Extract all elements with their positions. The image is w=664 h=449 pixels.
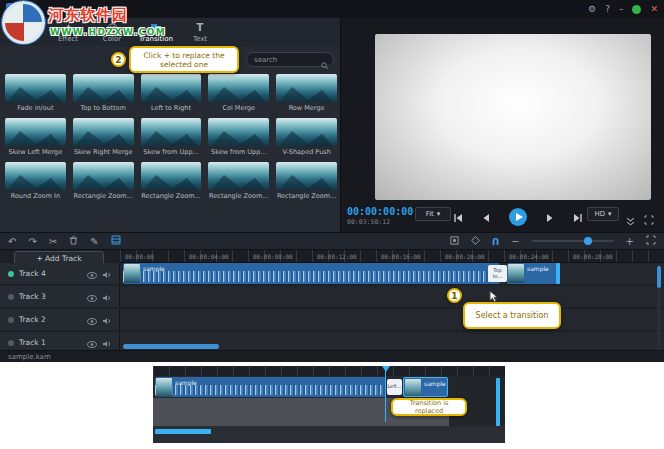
track-name: Track 2 — [19, 315, 82, 324]
transition-item[interactable]: Skew from Upp... — [141, 118, 202, 156]
redo-icon[interactable]: ↷ — [28, 236, 36, 247]
transition-item[interactable]: Skew from Upp... — [208, 118, 269, 156]
track-lane[interactable] — [120, 309, 664, 330]
current-timecode: 00:00:00:00 — [347, 206, 413, 217]
transition-thumbnail — [276, 118, 337, 146]
transition-clip[interactable]: Top to... — [488, 265, 507, 282]
transition-item[interactable]: Rectangle Zoom... — [208, 162, 269, 200]
transition-label: Fade in/out — [5, 104, 66, 112]
ruler-label: 00:00:28:00 — [573, 253, 613, 260]
collapse-preview-icon[interactable] — [626, 211, 635, 230]
transition-item[interactable]: Col Merge — [208, 74, 269, 112]
next-frame-button[interactable] — [546, 208, 554, 227]
transition-item[interactable]: Left to Right — [141, 74, 202, 112]
minimize-icon[interactable]: – — [619, 5, 624, 14]
transition-thumbnail — [276, 162, 337, 190]
video-clip-selected[interactable]: sample — [403, 377, 448, 397]
snippet-vertical-scrollbar[interactable] — [496, 378, 500, 426]
transition-thumbnail — [141, 162, 202, 190]
clip-thumbnail — [405, 379, 421, 397]
previous-frame-button[interactable] — [482, 208, 490, 227]
total-timecode: 00:03:50:12 — [347, 218, 390, 226]
track-manager-icon[interactable] — [111, 235, 121, 247]
transition-item[interactable]: Round Zoom In — [5, 162, 66, 200]
track-dot — [8, 340, 14, 346]
transition-label: Skew Right Merge — [73, 148, 134, 156]
transition-item[interactable]: Rectangle Zoom... — [276, 162, 337, 200]
eye-icon[interactable] — [87, 310, 97, 329]
track-dot — [8, 294, 14, 300]
eye-icon[interactable] — [87, 264, 97, 283]
speaker-icon[interactable] — [102, 287, 111, 306]
ruler-label: 00:00:24:00 — [509, 253, 549, 260]
tab-text[interactable]: T Text — [178, 22, 222, 43]
transition-item[interactable]: Row Merge — [276, 74, 337, 112]
track-name: Track 1 — [19, 338, 82, 347]
snippet-horizontal-scrollbar[interactable] — [155, 429, 211, 434]
vertical-scrollbar-thumb[interactable] — [657, 266, 661, 288]
transition-item[interactable]: Rectangle Zoom... — [141, 162, 202, 200]
skip-end-button[interactable] — [573, 208, 583, 227]
audio-video-clip[interactable]: sample — [123, 263, 500, 284]
edit-pencil-icon[interactable]: ✎ — [90, 236, 98, 247]
playhead-pin[interactable] — [382, 366, 390, 372]
transition-item[interactable]: Skew Right Merge — [73, 118, 134, 156]
speaker-icon[interactable] — [102, 310, 111, 329]
play-button[interactable] — [509, 208, 527, 226]
track-header[interactable]: Track 2 — [0, 309, 120, 330]
track-area: Track 4 sample Top to... — [0, 263, 664, 355]
transition-label: V-Shaped Push — [276, 148, 337, 156]
transport-controls — [453, 206, 583, 228]
magnet-snap-icon[interactable]: U — [492, 236, 499, 246]
fit-dropdown[interactable]: Fit ▾ — [415, 207, 451, 221]
transition-item[interactable]: Top to Bottom — [73, 74, 134, 112]
quality-dropdown[interactable]: HD ▾ — [587, 207, 619, 221]
timeline-ruler[interactable]: 00:00:00 00:00:04:00 00:00:08:00 00:00:1… — [120, 250, 664, 263]
split-scissors-icon[interactable]: ✂ — [49, 236, 57, 247]
eye-icon[interactable] — [87, 287, 97, 306]
zoom-in-icon[interactable]: + — [626, 236, 634, 247]
marker-icon[interactable] — [471, 236, 480, 247]
skip-start-button[interactable] — [453, 208, 463, 227]
transition-thumbnail — [5, 162, 66, 190]
zoom-fit-icon[interactable] — [646, 235, 656, 247]
zoom-slider-handle[interactable] — [584, 237, 592, 245]
delete-trash-icon[interactable] — [69, 235, 78, 247]
speaker-icon[interactable] — [102, 264, 111, 283]
track-lane[interactable] — [120, 286, 664, 307]
track-header[interactable]: Track 3 — [0, 286, 120, 307]
watermark-site-url: WWW.HDZXW.COM — [50, 27, 166, 37]
zoom-out-icon[interactable]: − — [511, 236, 519, 247]
close-icon[interactable]: ✕ — [650, 5, 658, 14]
waveform — [123, 271, 500, 282]
transition-item[interactable]: Skew Left Merge — [5, 118, 66, 156]
gear-icon[interactable]: ⚙ — [588, 5, 596, 14]
horizontal-scrollbar[interactable] — [123, 344, 219, 349]
transition-item[interactable]: Rectangle Zoom... — [73, 162, 134, 200]
timeline-toolbar: ↶ ↷ ✂ ✎ U − + — [0, 232, 664, 250]
track-header[interactable]: Track 4 — [0, 263, 120, 284]
transition-clip[interactable]: Left... — [387, 379, 402, 395]
undo-icon[interactable]: ↶ — [8, 236, 16, 247]
zoom-slider[interactable] — [532, 240, 614, 242]
clip-trim-handle[interactable] — [556, 263, 560, 284]
track-lane[interactable]: sample Top to... sample — [120, 263, 664, 284]
snapshot-icon[interactable] — [450, 236, 459, 247]
fullscreen-icon[interactable] — [644, 210, 654, 229]
transition-library-panel: Fade in/out Top to Bottom Left to Right … — [0, 46, 340, 232]
watermark-site-name: 河东软件园 — [48, 6, 128, 25]
status-bar: sample.kam — [0, 350, 664, 362]
transition-item[interactable]: V-Shaped Push — [276, 118, 337, 156]
transition-label: Left to Right — [141, 104, 202, 112]
transition-item[interactable]: Fade in/out — [5, 74, 66, 112]
video-clip[interactable]: sample — [507, 263, 559, 284]
track-active-dot — [8, 271, 14, 277]
app-window: P ☰ ⚙ ? – ✕ Effect Color — [0, 0, 664, 362]
transition-thumbnail — [208, 162, 269, 190]
audio-video-clip[interactable]: sample — [155, 377, 386, 397]
help-icon[interactable]: ? — [605, 5, 610, 14]
transition-label: Rectangle Zoom... — [141, 192, 202, 200]
transition-thumbnail — [5, 74, 66, 102]
track-row: Track 4 sample Top to... — [0, 263, 664, 284]
update-icon[interactable] — [632, 5, 641, 14]
